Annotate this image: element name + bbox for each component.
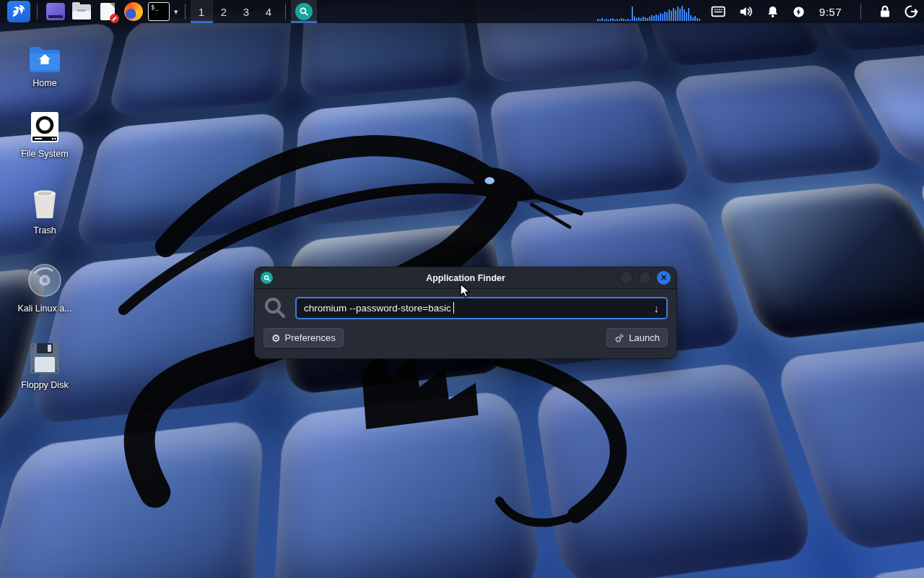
network-tray-button[interactable] <box>710 4 726 19</box>
preferences-label: Preferences <box>285 332 336 343</box>
launch-label: Launch <box>629 332 660 343</box>
terminal-icon-glyph: $_ <box>151 4 159 11</box>
cpu-graph <box>597 2 700 21</box>
kali-menu-button[interactable] <box>7 1 30 22</box>
panel-separator <box>37 4 38 20</box>
launch-button[interactable]: Launch <box>606 328 668 348</box>
search-icon <box>263 296 287 319</box>
firefox-icon <box>124 2 143 21</box>
power-manager-tray-button[interactable] <box>792 5 806 19</box>
search-input-value: chromium --password-store=basic <box>304 303 451 314</box>
window-title: Application Finder <box>255 273 676 283</box>
hard-drive-icon <box>30 111 59 143</box>
workspace-label: 1 <box>199 6 204 18</box>
floppy-icon <box>30 342 60 374</box>
desktop-icon-label: Kali Linux a... <box>17 303 71 314</box>
top-panel: $_ ▾ 1 2 3 4 <box>0 0 924 23</box>
application-finder-window: Application Finder ✕ chromium --password… <box>254 267 677 359</box>
gear-icon: ⚙ <box>271 332 281 344</box>
workspace-3-button[interactable]: 3 <box>235 0 258 23</box>
magnifier-icon <box>263 275 271 282</box>
minimize-button[interactable] <box>619 271 633 285</box>
desktop-icon-label: Home <box>32 78 56 88</box>
panel-separator <box>860 4 861 20</box>
close-button[interactable]: ✕ <box>657 271 671 285</box>
desktop-icon-label: File System <box>21 149 68 159</box>
desktop-icon-trash[interactable]: Trash <box>10 186 79 236</box>
close-icon: ✕ <box>661 274 667 282</box>
power-lightning-icon <box>792 5 806 19</box>
desktop-icon-label: Trash <box>33 225 56 236</box>
desktop-icon-file-system[interactable]: File System <box>10 110 79 159</box>
network-icon <box>710 4 726 19</box>
file-manager-icon <box>72 4 91 20</box>
notifications-tray-button[interactable] <box>766 4 780 19</box>
taskbar-application-finder[interactable] <box>291 0 317 23</box>
system-tray: 9:57 <box>710 4 918 20</box>
desktop-window-icon <box>46 3 65 20</box>
text-caret <box>453 302 455 314</box>
logout-button[interactable] <box>904 4 918 19</box>
terminal-button[interactable]: $_ <box>148 1 170 22</box>
workspace-label: 2 <box>221 6 227 18</box>
firefox-button[interactable] <box>122 1 145 22</box>
show-desktop-button[interactable] <box>44 1 67 22</box>
speaker-icon <box>738 4 754 19</box>
desktop-icon-kali-cd[interactable]: Kali Linux a... <box>10 264 79 314</box>
dropdown-arrow-icon[interactable]: ↓ <box>654 302 660 314</box>
panel-separator <box>285 4 286 20</box>
application-finder-icon <box>295 3 313 20</box>
launch-gears-icon <box>614 333 624 343</box>
preferences-button[interactable]: ⚙ Preferences <box>263 328 344 348</box>
workspace-4-button[interactable]: 4 <box>258 0 280 23</box>
search-input[interactable]: chromium --password-store=basic ↓ <box>295 297 668 319</box>
logout-icon <box>904 4 918 19</box>
clock[interactable]: 9:57 <box>819 6 842 18</box>
terminal-icon: $_ <box>148 2 170 21</box>
home-folder-icon <box>28 45 61 72</box>
cdrom-icon <box>27 263 62 298</box>
chevron-down-icon[interactable]: ▾ <box>174 7 178 17</box>
edit-badge-icon <box>110 14 119 23</box>
maximize-button[interactable] <box>638 271 652 285</box>
trash-icon <box>30 188 60 220</box>
workspace-label: 3 <box>243 6 249 18</box>
volume-tray-button[interactable] <box>738 4 754 19</box>
window-app-icon <box>261 272 273 284</box>
mouse-cursor <box>459 283 474 299</box>
workspace-1-button[interactable]: 1 <box>191 0 213 23</box>
desktop-icon-home[interactable]: Home <box>10 39 79 88</box>
workspace-2-button[interactable]: 2 <box>213 0 235 23</box>
lock-screen-button[interactable] <box>879 4 892 19</box>
desktop-icon-label: Floppy Disk <box>21 380 68 390</box>
magnifier-icon <box>299 7 309 17</box>
workspace-label: 4 <box>266 6 271 18</box>
panel-separator <box>185 4 186 20</box>
bell-icon <box>766 4 780 19</box>
text-editor-button[interactable] <box>96 1 119 22</box>
file-manager-button[interactable] <box>70 1 93 22</box>
desktop-icon-floppy-disk[interactable]: Floppy Disk <box>10 341 79 390</box>
lock-icon <box>879 4 892 19</box>
kali-logo-icon <box>11 4 27 20</box>
text-editor-icon <box>100 3 115 20</box>
